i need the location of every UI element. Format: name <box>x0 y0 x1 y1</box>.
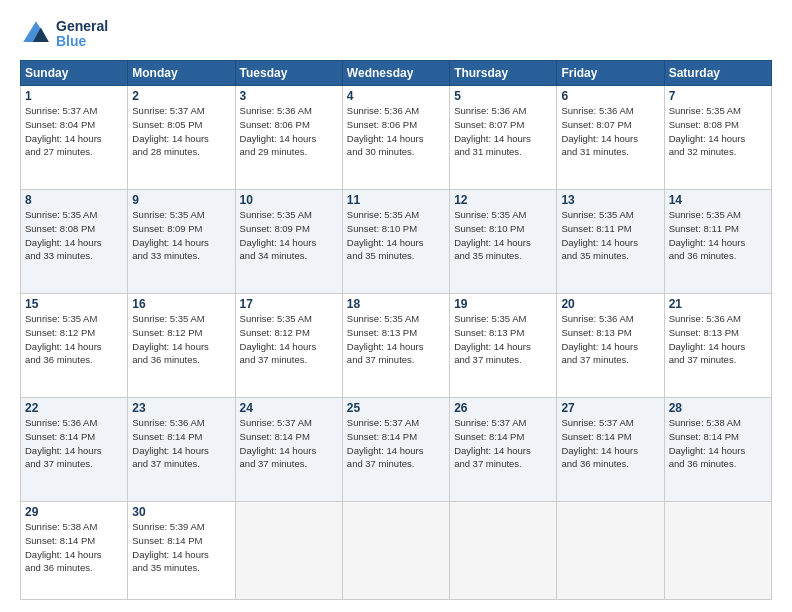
sunrise-label: Sunrise: 5:35 AM <box>347 313 419 324</box>
daylight-mins: and 37 minutes. <box>454 354 522 365</box>
weekday-header: Tuesday <box>235 61 342 86</box>
day-number: 2 <box>132 89 230 103</box>
sunset-label: Sunset: 8:14 PM <box>347 431 417 442</box>
sunset-label: Sunset: 8:14 PM <box>454 431 524 442</box>
day-number: 13 <box>561 193 659 207</box>
table-row <box>235 502 342 600</box>
day-info: Sunrise: 5:36 AM Sunset: 8:07 PM Dayligh… <box>454 104 552 159</box>
weekday-header: Friday <box>557 61 664 86</box>
day-number: 3 <box>240 89 338 103</box>
day-number: 4 <box>347 89 445 103</box>
daylight-label: Daylight: 14 hours <box>25 549 102 560</box>
daylight-label: Daylight: 14 hours <box>347 237 424 248</box>
daylight-mins: and 36 minutes. <box>561 458 629 469</box>
sunrise-label: Sunrise: 5:35 AM <box>25 313 97 324</box>
day-info: Sunrise: 5:35 AM Sunset: 8:11 PM Dayligh… <box>561 208 659 263</box>
table-row: 8 Sunrise: 5:35 AM Sunset: 8:08 PM Dayli… <box>21 190 128 294</box>
daylight-label: Daylight: 14 hours <box>240 133 317 144</box>
sunset-label: Sunset: 8:05 PM <box>132 119 202 130</box>
day-info: Sunrise: 5:36 AM Sunset: 8:06 PM Dayligh… <box>347 104 445 159</box>
day-number: 7 <box>669 89 767 103</box>
table-row: 15 Sunrise: 5:35 AM Sunset: 8:12 PM Dayl… <box>21 294 128 398</box>
page: General Blue SundayMondayTuesdayWednesda… <box>0 0 792 612</box>
header: General Blue <box>20 18 772 50</box>
sunset-label: Sunset: 8:14 PM <box>240 431 310 442</box>
weekday-header: Wednesday <box>342 61 449 86</box>
day-info: Sunrise: 5:36 AM Sunset: 8:06 PM Dayligh… <box>240 104 338 159</box>
daylight-mins: and 27 minutes. <box>25 146 93 157</box>
daylight-label: Daylight: 14 hours <box>25 133 102 144</box>
daylight-label: Daylight: 14 hours <box>454 445 531 456</box>
sunrise-label: Sunrise: 5:37 AM <box>25 105 97 116</box>
sunset-label: Sunset: 8:13 PM <box>561 327 631 338</box>
table-row: 20 Sunrise: 5:36 AM Sunset: 8:13 PM Dayl… <box>557 294 664 398</box>
table-row: 16 Sunrise: 5:35 AM Sunset: 8:12 PM Dayl… <box>128 294 235 398</box>
daylight-mins: and 34 minutes. <box>240 250 308 261</box>
day-info: Sunrise: 5:35 AM Sunset: 8:10 PM Dayligh… <box>347 208 445 263</box>
sunset-label: Sunset: 8:04 PM <box>25 119 95 130</box>
table-row: 21 Sunrise: 5:36 AM Sunset: 8:13 PM Dayl… <box>664 294 771 398</box>
table-row: 14 Sunrise: 5:35 AM Sunset: 8:11 PM Dayl… <box>664 190 771 294</box>
daylight-label: Daylight: 14 hours <box>669 237 746 248</box>
sunset-label: Sunset: 8:09 PM <box>132 223 202 234</box>
sunrise-label: Sunrise: 5:35 AM <box>454 313 526 324</box>
weekday-header: Saturday <box>664 61 771 86</box>
sunset-label: Sunset: 8:13 PM <box>669 327 739 338</box>
logo: General Blue <box>20 18 108 50</box>
sunrise-label: Sunrise: 5:35 AM <box>669 105 741 116</box>
day-number: 24 <box>240 401 338 415</box>
daylight-label: Daylight: 14 hours <box>132 445 209 456</box>
sunrise-label: Sunrise: 5:35 AM <box>669 209 741 220</box>
sunrise-label: Sunrise: 5:36 AM <box>347 105 419 116</box>
day-number: 8 <box>25 193 123 207</box>
sunrise-label: Sunrise: 5:36 AM <box>561 313 633 324</box>
table-row <box>450 502 557 600</box>
table-row: 29 Sunrise: 5:38 AM Sunset: 8:14 PM Dayl… <box>21 502 128 600</box>
daylight-mins: and 37 minutes. <box>347 458 415 469</box>
sunset-label: Sunset: 8:14 PM <box>561 431 631 442</box>
sunrise-label: Sunrise: 5:37 AM <box>561 417 633 428</box>
table-row: 27 Sunrise: 5:37 AM Sunset: 8:14 PM Dayl… <box>557 398 664 502</box>
daylight-label: Daylight: 14 hours <box>240 341 317 352</box>
table-row: 22 Sunrise: 5:36 AM Sunset: 8:14 PM Dayl… <box>21 398 128 502</box>
daylight-label: Daylight: 14 hours <box>669 341 746 352</box>
daylight-mins: and 35 minutes. <box>561 250 629 261</box>
daylight-mins: and 37 minutes. <box>454 458 522 469</box>
daylight-mins: and 37 minutes. <box>240 458 308 469</box>
daylight-mins: and 36 minutes. <box>132 354 200 365</box>
weekday-header: Monday <box>128 61 235 86</box>
sunset-label: Sunset: 8:14 PM <box>132 535 202 546</box>
daylight-mins: and 35 minutes. <box>347 250 415 261</box>
sunset-label: Sunset: 8:14 PM <box>669 431 739 442</box>
table-row: 2 Sunrise: 5:37 AM Sunset: 8:05 PM Dayli… <box>128 86 235 190</box>
daylight-label: Daylight: 14 hours <box>347 445 424 456</box>
day-number: 11 <box>347 193 445 207</box>
day-number: 23 <box>132 401 230 415</box>
daylight-mins: and 37 minutes. <box>561 354 629 365</box>
logo-icon <box>20 18 52 50</box>
daylight-label: Daylight: 14 hours <box>132 341 209 352</box>
day-info: Sunrise: 5:35 AM Sunset: 8:12 PM Dayligh… <box>240 312 338 367</box>
sunrise-label: Sunrise: 5:35 AM <box>25 209 97 220</box>
daylight-label: Daylight: 14 hours <box>132 133 209 144</box>
sunset-label: Sunset: 8:07 PM <box>561 119 631 130</box>
daylight-mins: and 31 minutes. <box>454 146 522 157</box>
table-row: 4 Sunrise: 5:36 AM Sunset: 8:06 PM Dayli… <box>342 86 449 190</box>
daylight-label: Daylight: 14 hours <box>561 237 638 248</box>
day-info: Sunrise: 5:36 AM Sunset: 8:07 PM Dayligh… <box>561 104 659 159</box>
daylight-mins: and 32 minutes. <box>669 146 737 157</box>
day-number: 17 <box>240 297 338 311</box>
daylight-mins: and 37 minutes. <box>25 458 93 469</box>
daylight-mins: and 28 minutes. <box>132 146 200 157</box>
table-row: 6 Sunrise: 5:36 AM Sunset: 8:07 PM Dayli… <box>557 86 664 190</box>
table-row: 5 Sunrise: 5:36 AM Sunset: 8:07 PM Dayli… <box>450 86 557 190</box>
day-info: Sunrise: 5:39 AM Sunset: 8:14 PM Dayligh… <box>132 520 230 575</box>
daylight-label: Daylight: 14 hours <box>132 237 209 248</box>
daylight-mins: and 37 minutes. <box>240 354 308 365</box>
daylight-mins: and 36 minutes. <box>669 458 737 469</box>
sunrise-label: Sunrise: 5:38 AM <box>669 417 741 428</box>
sunset-label: Sunset: 8:10 PM <box>454 223 524 234</box>
day-number: 5 <box>454 89 552 103</box>
sunrise-label: Sunrise: 5:37 AM <box>454 417 526 428</box>
day-info: Sunrise: 5:36 AM Sunset: 8:14 PM Dayligh… <box>132 416 230 471</box>
